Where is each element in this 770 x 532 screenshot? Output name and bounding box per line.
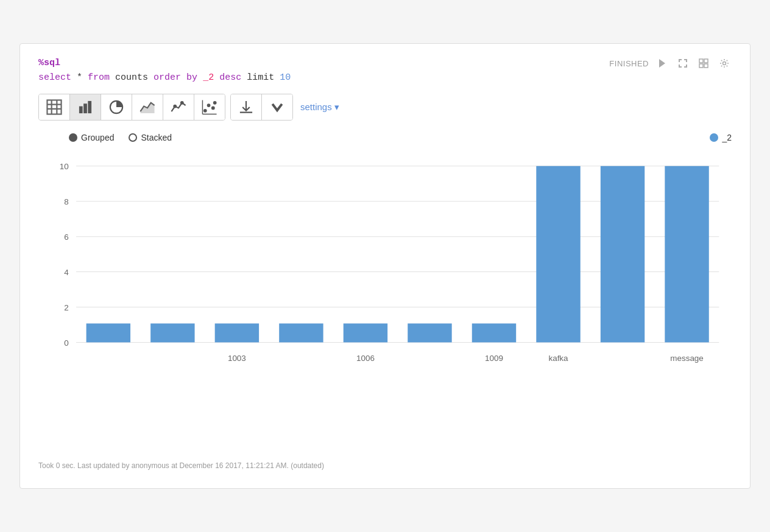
svg-rect-11 [79,107,83,114]
svg-rect-2 [704,59,708,63]
settings-dropdown-button[interactable]: settings ▾ [300,102,339,113]
scatter-chart-icon [202,99,217,115]
grid-icon [699,58,708,68]
legend-grouped[interactable]: Grouped [69,133,114,142]
grouped-dot [69,133,77,142]
x-label-kafka: kafka [548,354,568,363]
bar-chart-svg-container: 10 8 6 4 2 0 [38,149,732,410]
svg-point-16 [173,105,177,108]
bar-chart-svg: 10 8 6 4 2 0 [38,149,732,410]
download-button[interactable] [231,94,262,120]
series-dot [710,133,718,142]
bar-message [665,166,708,343]
cell-header: %sql select * from counts order by _2 de… [38,56,732,85]
download-icon [238,99,254,115]
bar-4 [279,323,323,342]
status-badge: FINISHED [609,59,649,68]
bar-6 [408,323,451,342]
area-chart-icon [140,99,155,115]
code-limit-num: 10 [280,72,291,83]
code-line2: select * from counts order by _2 desc li… [38,71,291,85]
code-star: * [77,72,88,83]
code-line1: %sql [38,56,291,71]
chevron-down-icon [269,99,285,115]
bar-kafka [536,166,580,343]
svg-rect-12 [83,103,87,113]
pie-chart-icon [108,99,124,115]
grid-button[interactable] [696,56,711,71]
code-select: select [38,72,71,83]
svg-text:10: 10 [60,162,69,171]
svg-point-21 [213,101,217,105]
svg-rect-1 [699,59,703,63]
svg-text:4: 4 [64,268,69,277]
area-chart-button[interactable] [132,94,163,120]
svg-point-17 [180,101,184,105]
play-icon [657,58,667,68]
code-limit-kw: limit [247,72,280,83]
svg-rect-4 [704,64,708,68]
table-view-button[interactable] [39,94,70,120]
svg-rect-3 [699,64,703,68]
bar-5 [344,323,387,342]
footer: Took 0 sec. Last updated by anonymous at… [38,461,732,470]
bar-9 [601,166,645,343]
bar-chart-button[interactable] [70,94,101,120]
chart-legend: Grouped Stacked _2 [69,133,732,142]
code-table: counts [115,72,154,83]
legend-stacked[interactable]: Stacked [129,133,172,142]
expand-button[interactable] [676,56,690,71]
table-icon [46,99,62,115]
chart-container: Grouped Stacked _2 10 8 [38,133,732,449]
svg-point-19 [207,103,211,107]
svg-text:6: 6 [64,233,68,242]
series-label: _2 [722,133,732,142]
svg-point-5 [723,62,726,65]
footer-text: Took 0 sec. Last updated by anonymous at… [38,461,324,470]
svg-rect-6 [47,100,61,114]
svg-text:2: 2 [64,303,68,312]
notebook-cell: %sql select * from counts order by _2 de… [19,43,751,489]
gear-icon [719,58,729,68]
svg-text:0: 0 [64,338,68,348]
code-from: from [88,72,110,83]
bar-2 [150,323,194,342]
svg-point-20 [211,107,215,110]
code-order: order by [154,72,197,83]
chart-type-toolbar [38,94,225,121]
header-right: FINISHED [609,56,732,71]
x-label-1006: 1006 [356,354,375,363]
bar-3 [215,323,259,342]
bar-1 [87,323,130,342]
code-col: _2 [203,72,219,83]
line-chart-icon [171,99,186,115]
line-chart-button[interactable] [163,94,194,120]
svg-text:8: 8 [64,197,68,206]
run-button[interactable] [655,56,669,71]
grouped-label: Grouped [81,133,114,142]
x-label-1009: 1009 [485,354,503,363]
download-dropdown-button[interactable] [262,94,292,120]
pie-chart-button[interactable] [101,94,132,120]
settings-label: settings ▾ [300,102,339,113]
toolbar: settings ▾ [38,94,732,121]
svg-rect-13 [88,101,91,113]
stacked-dot [129,133,137,142]
bar-chart-icon [77,99,93,115]
download-toolbar [230,94,293,121]
code-block: %sql select * from counts order by _2 de… [38,56,291,85]
svg-marker-0 [659,59,665,68]
code-magic: %sql [38,58,60,68]
expand-icon [678,58,688,68]
bar-7 [472,323,516,342]
series-legend: _2 [710,133,732,142]
stacked-label: Stacked [141,133,172,142]
settings-gear-button[interactable] [717,56,732,71]
svg-point-18 [203,109,207,113]
scatter-chart-button[interactable] [194,94,225,120]
x-label-1003: 1003 [228,354,246,363]
x-label-message: message [670,354,704,363]
code-desc: desc [219,72,241,83]
